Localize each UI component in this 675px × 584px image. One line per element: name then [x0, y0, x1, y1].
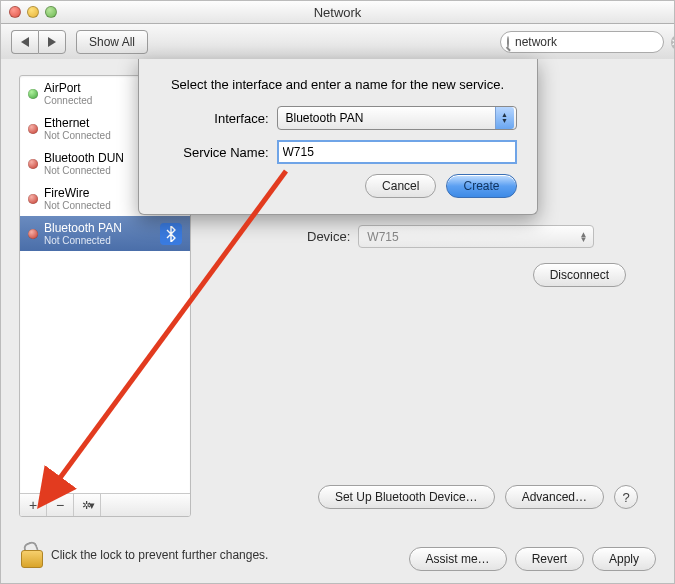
search-input[interactable] — [513, 34, 667, 50]
lock-icon[interactable] — [21, 542, 43, 568]
device-select[interactable]: W715 ▲▼ — [358, 225, 594, 248]
search-field[interactable]: ✕ — [500, 31, 664, 53]
service-status: Not Connected — [44, 200, 152, 211]
disconnect-button[interactable]: Disconnect — [533, 263, 626, 287]
back-button[interactable] — [11, 30, 38, 54]
device-row: Device: W715 ▲▼ — [307, 225, 594, 248]
status-dot-icon — [28, 159, 38, 169]
forward-button[interactable] — [38, 30, 66, 54]
svg-marker-1 — [48, 37, 56, 47]
device-label: Device: — [307, 229, 350, 244]
add-service-button[interactable]: + — [20, 494, 47, 516]
lock-text: Click the lock to prevent further change… — [51, 548, 268, 562]
zoom-window-button[interactable] — [45, 6, 57, 18]
nav-button-group — [11, 30, 66, 54]
service-name: Bluetooth PAN — [44, 221, 154, 235]
remove-service-button[interactable]: − — [47, 494, 74, 516]
service-name-input[interactable] — [277, 140, 517, 164]
toolbar: Show All ✕ — [1, 24, 674, 61]
window-title: Network — [1, 5, 674, 20]
close-window-button[interactable] — [9, 6, 21, 18]
apply-button[interactable]: Apply — [592, 547, 656, 571]
service-name-row: Service Name: — [159, 140, 517, 164]
status-dot-icon — [28, 89, 38, 99]
network-prefpane-window: Network Show All ✕ — [0, 0, 675, 584]
interface-select[interactable]: Bluetooth PAN ▲▼ — [277, 106, 517, 130]
cancel-button[interactable]: Cancel — [365, 174, 436, 198]
titlebar: Network — [1, 1, 674, 24]
sheet-message: Select the interface and enter a name fo… — [159, 77, 517, 92]
service-status: Not Connected — [44, 235, 154, 246]
bluetooth-icon — [160, 223, 182, 245]
show-all-button[interactable]: Show All — [76, 30, 148, 54]
sheet-buttons: Cancel Create — [159, 174, 517, 198]
sidebar-footer: + − ✲▾ — [20, 493, 190, 516]
select-arrows-icon: ▲▼ — [495, 107, 514, 129]
advanced-button[interactable]: Advanced… — [505, 485, 604, 509]
interface-row: Interface: Bluetooth PAN ▲▼ — [159, 106, 517, 130]
service-name: FireWire — [44, 186, 152, 200]
interface-label: Interface: — [159, 111, 269, 126]
clear-search-icon[interactable]: ✕ — [671, 36, 675, 49]
status-dot-icon — [28, 194, 38, 204]
action-row: Assist me… Revert Apply — [409, 547, 656, 571]
setup-bluetooth-button[interactable]: Set Up Bluetooth Device… — [318, 485, 495, 509]
device-value: W715 — [367, 230, 398, 244]
select-arrows-icon: ▲▼ — [579, 232, 587, 242]
detail-bottom-row: Set Up Bluetooth Device… Advanced… ? — [318, 485, 638, 509]
status-dot-icon — [28, 124, 38, 134]
service-item-bluetooth-pan[interactable]: Bluetooth PAN Not Connected — [20, 216, 190, 251]
search-icon — [507, 36, 509, 48]
window-controls — [9, 6, 57, 18]
new-service-sheet: Select the interface and enter a name fo… — [138, 59, 538, 215]
help-button[interactable]: ? — [614, 485, 638, 509]
lock-row: Click the lock to prevent further change… — [21, 542, 268, 568]
revert-button[interactable]: Revert — [515, 547, 584, 571]
interface-value: Bluetooth PAN — [286, 111, 364, 125]
service-name-label: Service Name: — [159, 145, 269, 160]
assist-me-button[interactable]: Assist me… — [409, 547, 507, 571]
create-button[interactable]: Create — [446, 174, 516, 198]
status-dot-icon — [28, 229, 38, 239]
service-actions-menu[interactable]: ✲▾ — [74, 494, 101, 516]
minimize-window-button[interactable] — [27, 6, 39, 18]
svg-marker-0 — [21, 37, 29, 47]
